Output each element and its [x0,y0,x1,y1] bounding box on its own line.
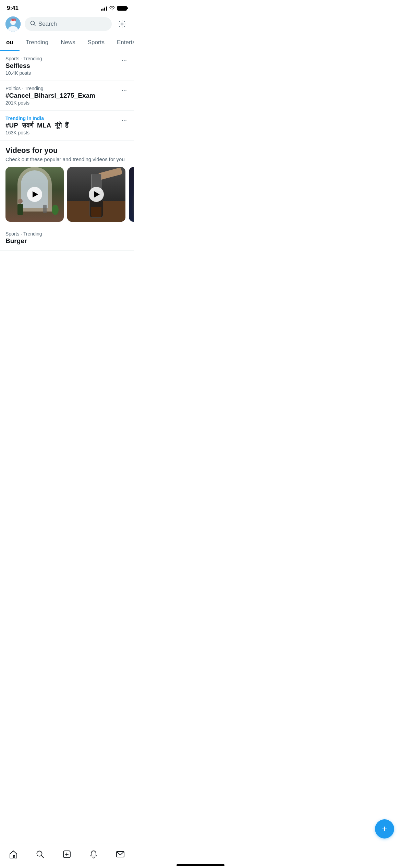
search-placeholder-text: Search [38,21,57,27]
video-card-1[interactable] [5,167,64,222]
battery-icon [117,6,127,11]
tabs-container: ou Trending News Sports Entertainment [0,34,134,51]
settings-button[interactable] [116,18,128,30]
tab-entertainment[interactable]: Entertainment [111,34,134,51]
signal-bars-icon [101,6,107,11]
trending-posts-2: 201K posts [5,100,128,106]
trending-posts-3: 163K posts [5,130,128,135]
video-card-2[interactable] [67,167,125,222]
wifi-icon [109,6,115,11]
status-icons [101,6,127,11]
trending-category-1: Sports · Trending [5,56,128,61]
svg-point-6 [121,23,123,25]
more-options-3[interactable]: ··· [120,116,128,124]
tab-news[interactable]: News [54,34,82,51]
search-bar[interactable]: Search [25,17,112,31]
bottom-trending-item[interactable]: Sports · Trending Burger [0,226,134,251]
avatar[interactable]: 100 [5,16,21,32]
trending-category-3: Trending in India [5,116,128,121]
tab-for-you[interactable]: ou [0,34,20,51]
videos-title: Videos for you [5,146,128,155]
trending-item-3[interactable]: Trending in India #UP_सवर्ण_MLA_गूंगे_है… [0,111,134,141]
svg-text:100: 100 [10,18,16,22]
trending-item-1[interactable]: Sports · Trending Selfless 10.4K posts ·… [0,51,134,81]
trending-category-2: Politics · Trending [5,86,128,91]
bottom-trending-category: Sports · Trending [5,231,128,237]
trending-title-1: Selfless [5,62,128,70]
videos-section: Videos for you Check out these popular a… [0,141,134,226]
video-play-2[interactable] [89,187,104,202]
trending-posts-1: 10.4K posts [5,70,128,76]
more-options-1[interactable]: ··· [120,56,128,65]
bottom-trending-title: Burger [5,237,128,245]
trending-section: Sports · Trending Selfless 10.4K posts ·… [0,51,134,141]
search-row: 100 Search [0,14,134,34]
tab-sports[interactable]: Sports [82,34,111,51]
status-time: 9:41 [7,5,19,12]
videos-subtitle: Check out these popular and trending vid… [5,156,128,162]
trending-title-2: #Cancel_Biharsi_1275_Exam [5,92,128,99]
svg-line-5 [34,24,35,26]
trending-title-3: #UP_सवर्ण_MLA_गूंगे_हैं [5,122,128,129]
tab-trending[interactable]: Trending [20,34,54,51]
videos-row [5,167,128,222]
trending-item-2[interactable]: Politics · Trending #Cancel_Biharsi_1275… [0,81,134,111]
more-options-2[interactable]: ··· [120,86,128,95]
video-card-3[interactable] [129,167,134,222]
status-bar: 9:41 [0,0,134,14]
search-icon [30,21,36,27]
video-play-1[interactable] [27,187,42,202]
video-3-scene [129,167,134,222]
